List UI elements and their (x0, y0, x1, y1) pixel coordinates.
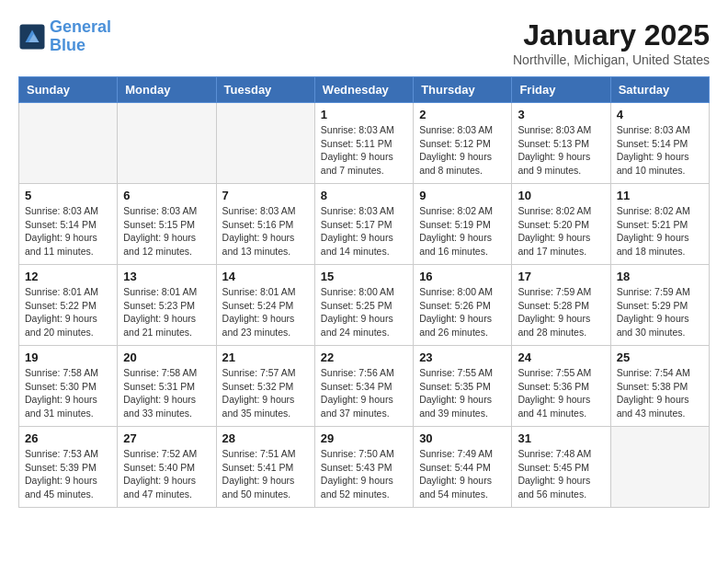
title-area: January 2025 Northville, Michigan, Unite… (513, 18, 710, 67)
day-info: Sunrise: 8:03 AM Sunset: 5:17 PM Dayligh… (321, 204, 407, 259)
day-number: 31 (518, 431, 604, 445)
day-info: Sunrise: 7:52 AM Sunset: 5:40 PM Dayligh… (123, 447, 210, 501)
calendar-day: 26Sunrise: 7:53 AM Sunset: 5:39 PM Dayli… (19, 427, 118, 508)
calendar-day: 14Sunrise: 8:01 AM Sunset: 5:24 PM Dayli… (216, 265, 314, 346)
day-info: Sunrise: 7:57 AM Sunset: 5:32 PM Dayligh… (222, 366, 309, 420)
location: Northville, Michigan, United States (513, 52, 710, 67)
day-number: 3 (518, 108, 604, 121)
day-info: Sunrise: 8:03 AM Sunset: 5:14 PM Dayligh… (25, 204, 111, 259)
calendar-day: 23Sunrise: 7:55 AM Sunset: 5:35 PM Dayli… (414, 346, 512, 427)
day-info: Sunrise: 8:03 AM Sunset: 5:15 PM Dayligh… (123, 204, 210, 259)
day-info: Sunrise: 8:01 AM Sunset: 5:23 PM Dayligh… (123, 285, 210, 339)
calendar-day: 30Sunrise: 7:49 AM Sunset: 5:44 PM Dayli… (414, 427, 512, 508)
calendar-week: 1Sunrise: 8:03 AM Sunset: 5:11 PM Daylig… (19, 103, 710, 184)
calendar-day: 5Sunrise: 8:03 AM Sunset: 5:14 PM Daylig… (19, 184, 118, 265)
day-number: 27 (123, 431, 210, 445)
day-number: 22 (321, 350, 407, 364)
calendar-day: 18Sunrise: 7:59 AM Sunset: 5:29 PM Dayli… (610, 265, 709, 346)
day-info: Sunrise: 7:51 AM Sunset: 5:41 PM Dayligh… (222, 447, 309, 501)
calendar-day (216, 103, 314, 184)
day-number: 8 (321, 189, 407, 202)
logo-icon (18, 23, 46, 51)
weekday-header: Tuesday (216, 77, 314, 103)
day-info: Sunrise: 7:59 AM Sunset: 5:28 PM Dayligh… (518, 285, 604, 339)
day-info: Sunrise: 7:58 AM Sunset: 5:31 PM Dayligh… (123, 366, 210, 420)
calendar-day: 28Sunrise: 7:51 AM Sunset: 5:41 PM Dayli… (216, 427, 314, 508)
day-number: 16 (419, 270, 506, 283)
day-info: Sunrise: 8:00 AM Sunset: 5:26 PM Dayligh… (419, 285, 506, 339)
day-info: Sunrise: 8:02 AM Sunset: 5:19 PM Dayligh… (419, 204, 506, 259)
day-info: Sunrise: 7:58 AM Sunset: 5:30 PM Dayligh… (25, 366, 111, 420)
day-number: 29 (321, 431, 407, 445)
day-info: Sunrise: 8:02 AM Sunset: 5:21 PM Dayligh… (617, 204, 703, 259)
day-number: 23 (419, 350, 506, 364)
calendar-day: 13Sunrise: 8:01 AM Sunset: 5:23 PM Dayli… (118, 265, 216, 346)
calendar-body: 1Sunrise: 8:03 AM Sunset: 5:11 PM Daylig… (19, 103, 710, 508)
day-info: Sunrise: 7:48 AM Sunset: 5:45 PM Dayligh… (518, 447, 604, 501)
calendar-week: 12Sunrise: 8:01 AM Sunset: 5:22 PM Dayli… (19, 265, 710, 346)
calendar-day: 19Sunrise: 7:58 AM Sunset: 5:30 PM Dayli… (19, 346, 118, 427)
calendar-week: 26Sunrise: 7:53 AM Sunset: 5:39 PM Dayli… (19, 427, 710, 508)
day-info: Sunrise: 8:02 AM Sunset: 5:20 PM Dayligh… (518, 204, 604, 259)
calendar-day: 16Sunrise: 8:00 AM Sunset: 5:26 PM Dayli… (414, 265, 512, 346)
day-number: 26 (25, 431, 111, 445)
day-info: Sunrise: 8:03 AM Sunset: 5:12 PM Dayligh… (419, 123, 506, 178)
day-info: Sunrise: 7:53 AM Sunset: 5:39 PM Dayligh… (25, 447, 111, 501)
day-number: 21 (222, 350, 309, 364)
day-number: 1 (321, 108, 407, 121)
calendar-day: 29Sunrise: 7:50 AM Sunset: 5:43 PM Dayli… (314, 427, 413, 508)
calendar-week: 19Sunrise: 7:58 AM Sunset: 5:30 PM Dayli… (19, 346, 710, 427)
weekday-header: Friday (512, 77, 610, 103)
header: General Blue January 2025 Northville, Mi… (18, 18, 710, 67)
calendar-day: 2Sunrise: 8:03 AM Sunset: 5:12 PM Daylig… (414, 103, 512, 184)
day-number: 12 (25, 270, 111, 283)
weekday-header: Saturday (610, 77, 709, 103)
day-number: 15 (321, 270, 407, 283)
calendar-day: 12Sunrise: 8:01 AM Sunset: 5:22 PM Dayli… (19, 265, 118, 346)
day-number: 20 (123, 350, 210, 364)
day-number: 13 (123, 270, 210, 283)
calendar-day: 9Sunrise: 8:02 AM Sunset: 5:19 PM Daylig… (414, 184, 512, 265)
month-title: January 2025 (513, 18, 710, 52)
day-number: 5 (25, 189, 111, 202)
calendar-day: 22Sunrise: 7:56 AM Sunset: 5:34 PM Dayli… (314, 346, 413, 427)
weekday-header: Monday (118, 77, 216, 103)
calendar: SundayMondayTuesdayWednesdayThursdayFrid… (18, 76, 710, 508)
day-number: 4 (617, 108, 703, 121)
day-number: 18 (617, 270, 703, 283)
day-info: Sunrise: 8:00 AM Sunset: 5:25 PM Dayligh… (321, 285, 407, 339)
calendar-day: 20Sunrise: 7:58 AM Sunset: 5:31 PM Dayli… (118, 346, 216, 427)
calendar-day: 6Sunrise: 8:03 AM Sunset: 5:15 PM Daylig… (118, 184, 216, 265)
calendar-day: 7Sunrise: 8:03 AM Sunset: 5:16 PM Daylig… (216, 184, 314, 265)
calendar-day: 21Sunrise: 7:57 AM Sunset: 5:32 PM Dayli… (216, 346, 314, 427)
calendar-day: 17Sunrise: 7:59 AM Sunset: 5:28 PM Dayli… (512, 265, 610, 346)
calendar-day (19, 103, 118, 184)
day-info: Sunrise: 7:56 AM Sunset: 5:34 PM Dayligh… (321, 366, 407, 420)
day-number: 14 (222, 270, 309, 283)
day-info: Sunrise: 7:55 AM Sunset: 5:35 PM Dayligh… (419, 366, 506, 420)
calendar-day: 31Sunrise: 7:48 AM Sunset: 5:45 PM Dayli… (512, 427, 610, 508)
calendar-day: 10Sunrise: 8:02 AM Sunset: 5:20 PM Dayli… (512, 184, 610, 265)
calendar-day (610, 427, 709, 508)
calendar-day: 25Sunrise: 7:54 AM Sunset: 5:38 PM Dayli… (610, 346, 709, 427)
day-info: Sunrise: 7:54 AM Sunset: 5:38 PM Dayligh… (617, 366, 703, 420)
day-number: 2 (419, 108, 506, 121)
day-info: Sunrise: 7:49 AM Sunset: 5:44 PM Dayligh… (419, 447, 506, 501)
weekday-header: Wednesday (314, 77, 413, 103)
day-info: Sunrise: 7:59 AM Sunset: 5:29 PM Dayligh… (617, 285, 703, 339)
day-info: Sunrise: 8:01 AM Sunset: 5:24 PM Dayligh… (222, 285, 309, 339)
day-number: 25 (617, 350, 703, 364)
day-info: Sunrise: 8:03 AM Sunset: 5:14 PM Dayligh… (617, 123, 703, 178)
calendar-day: 8Sunrise: 8:03 AM Sunset: 5:17 PM Daylig… (314, 184, 413, 265)
calendar-day: 4Sunrise: 8:03 AM Sunset: 5:14 PM Daylig… (610, 103, 709, 184)
calendar-day: 24Sunrise: 7:55 AM Sunset: 5:36 PM Dayli… (512, 346, 610, 427)
day-info: Sunrise: 8:03 AM Sunset: 5:13 PM Dayligh… (518, 123, 604, 178)
day-info: Sunrise: 8:03 AM Sunset: 5:11 PM Dayligh… (321, 123, 407, 178)
day-number: 30 (419, 431, 506, 445)
day-info: Sunrise: 7:55 AM Sunset: 5:36 PM Dayligh… (518, 366, 604, 420)
weekday-header: Sunday (19, 77, 118, 103)
calendar-header: SundayMondayTuesdayWednesdayThursdayFrid… (19, 77, 710, 103)
day-number: 17 (518, 270, 604, 283)
calendar-day: 15Sunrise: 8:00 AM Sunset: 5:25 PM Dayli… (314, 265, 413, 346)
weekday-header: Thursday (414, 77, 512, 103)
